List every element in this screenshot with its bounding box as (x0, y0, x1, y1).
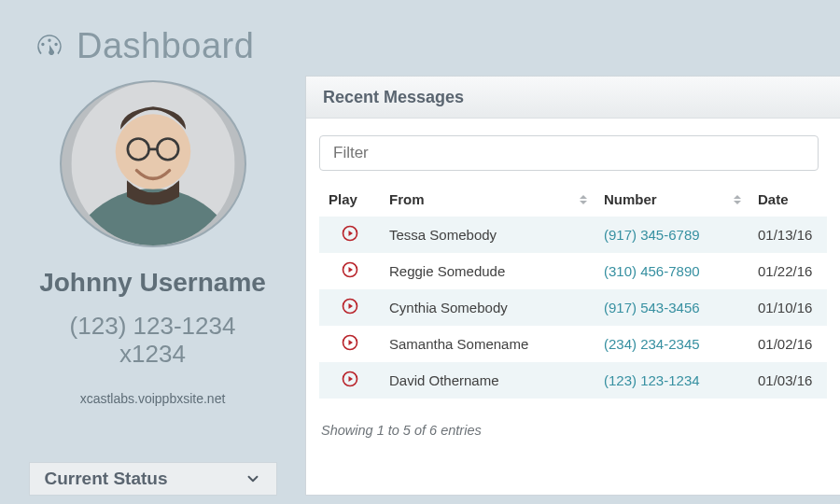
col-number[interactable]: Number (595, 184, 749, 217)
recent-messages-panel: Recent Messages Play From Number (305, 76, 840, 496)
col-date[interactable]: Date (749, 184, 827, 217)
number-link[interactable]: (234) 234-2345 (604, 336, 700, 352)
col-from-label: From (389, 191, 425, 207)
date-cell: 01/22/16 (749, 253, 827, 289)
avatar (60, 80, 246, 247)
number-link[interactable]: (917) 543-3456 (604, 300, 700, 315)
date-cell: 01/02/16 (749, 326, 827, 362)
table-row: David Othername(123) 123-123401/03/16 (319, 362, 827, 399)
panel-header: Recent Messages (306, 77, 840, 119)
table-row: Cynthia Somebody(917) 543-345601/10/16 (319, 289, 827, 326)
from-cell: Samantha Somename (380, 326, 595, 362)
number-link[interactable]: (917) 345-6789 (604, 227, 700, 243)
profile-sidebar: Johnny Username (123) 123-1234 x1234 xca… (0, 76, 305, 496)
number-link[interactable]: (123) 123-1234 (604, 372, 700, 388)
play-icon[interactable] (342, 225, 358, 242)
table-row: Tessa Somebody(917) 345-678901/13/16 (319, 217, 827, 253)
showing-text: Showing 1 to 5 of 6 entries (321, 423, 827, 438)
table-row: Samantha Somename(234) 234-234501/02/16 (319, 326, 827, 362)
table-row: Reggie Somedude(310) 456-789001/22/16 (319, 253, 827, 289)
dashboard-gauge-icon (34, 31, 65, 63)
filter-input[interactable] (319, 135, 819, 171)
date-cell: 01/10/16 (749, 289, 827, 326)
current-status-label: Current Status (45, 469, 168, 489)
messages-table: Play From Number Date Tessa Somebody(917… (319, 184, 827, 399)
play-icon[interactable] (342, 298, 358, 315)
user-phone: (123) 123-1234 (70, 313, 236, 341)
user-domain: xcastlabs.voippbxsite.net (80, 391, 226, 406)
chevron-down-icon (245, 470, 261, 487)
from-cell: Reggie Somedude (380, 253, 595, 289)
play-icon[interactable] (342, 261, 358, 278)
play-icon[interactable] (342, 371, 358, 387)
col-play[interactable]: Play (319, 184, 380, 217)
user-name: Johnny Username (39, 268, 266, 298)
current-status-dropdown[interactable]: Current Status (29, 462, 277, 496)
user-extension: x1234 (119, 341, 186, 369)
panel-title: Recent Messages (323, 88, 464, 107)
number-link[interactable]: (310) 456-7890 (604, 263, 700, 279)
date-cell: 01/03/16 (749, 362, 827, 399)
sort-icon (580, 195, 587, 199)
date-cell: 01/13/16 (749, 217, 827, 253)
from-cell: Cynthia Somebody (380, 289, 595, 326)
from-cell: David Othername (380, 362, 595, 399)
page-header: Dashboard (0, 0, 840, 76)
col-number-label: Number (604, 191, 657, 207)
play-icon[interactable] (342, 334, 358, 351)
sort-icon (734, 195, 741, 199)
page-title: Dashboard (77, 26, 254, 66)
col-from[interactable]: From (380, 184, 595, 217)
from-cell: Tessa Somebody (380, 217, 595, 253)
